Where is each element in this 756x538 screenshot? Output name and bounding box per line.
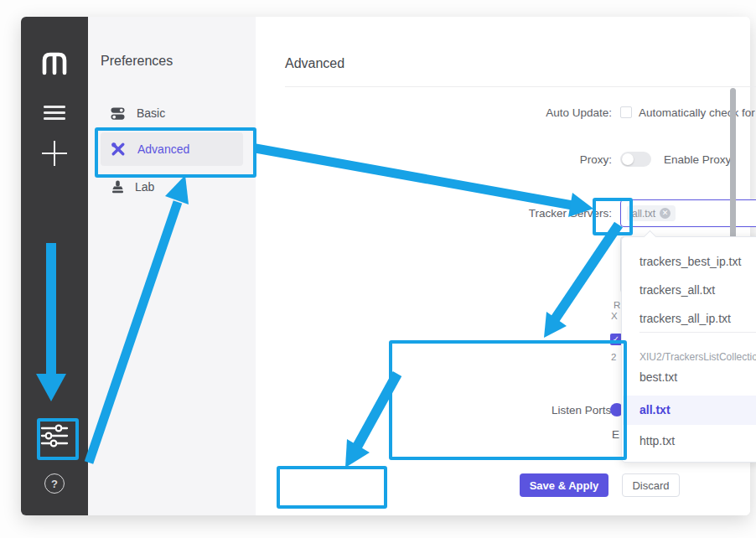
tag-label: all.txt [632,208,655,220]
hidden-text-fragment: E [612,428,619,441]
title-divider [285,86,756,87]
hidden-text-fragment: R [614,300,620,310]
proxy-toggle-label: Enable Proxy [664,153,731,166]
dropdown-divider [639,332,756,333]
page-title: Advanced [285,56,344,71]
toggles-icon [111,106,125,121]
task-list-icon[interactable] [44,106,65,120]
tracker-servers-label: Tracker Servers: [440,207,612,220]
dropdown-caret [644,230,657,244]
tools-icon [111,142,126,157]
app-sidebar: ? [21,17,88,515]
toggle-knob [622,153,634,165]
hidden-text-fragment: 2 [611,352,616,362]
selected-tag: all.txt ✕ [627,205,676,221]
dropdown-option-selected[interactable]: all.txt ✓ [623,396,756,425]
add-task-icon[interactable] [42,141,67,166]
motrix-window: ? Preferences Basic Advanced [21,17,750,515]
auto-update-checkbox[interactable] [620,106,632,118]
dropdown-option[interactable]: trackers_best_ip.txt [639,247,756,276]
screen: ? Preferences Basic Advanced [0,0,756,538]
dropdown-option[interactable]: http.txt [639,427,756,455]
nav-item-label: Basic [137,106,165,120]
nav-item-basic[interactable]: Basic [101,101,243,126]
dropdown-option[interactable]: best.txt [639,363,756,391]
proxy-toggle[interactable] [620,152,651,167]
motrix-logo [41,50,68,76]
stamp-icon [111,180,124,194]
nav-item-advanced[interactable]: Advanced [101,132,243,166]
dropdown-option[interactable]: trackers_all.txt [639,276,756,304]
selected-option-label: all.txt [639,396,671,425]
discard-button[interactable]: Discard [622,473,680,497]
auto-update-checkbox-label[interactable]: Automatically check for update [639,106,756,119]
save-apply-button[interactable]: Save & Apply [520,473,608,497]
settings-content: ✕ Advanced Auto Update: Automatically ch… [256,17,750,515]
nav-item-label: Lab [135,180,154,194]
hidden-text-fragment: X [611,311,618,321]
tag-remove-icon[interactable]: ✕ [660,208,671,219]
dropdown-group-label: XIU2/TrackersListCollection [639,351,756,363]
panel-title: Preferences [101,54,173,69]
nav-item-lab[interactable]: Lab [101,174,243,199]
update-trackers-checkbox[interactable]: ✓ [610,334,622,345]
preferences-panel: Preferences Basic Advanced [88,17,256,515]
help-question-icon[interactable]: ? [44,473,65,494]
listen-ports-label: Listen Ports: [440,404,614,416]
dropdown-option[interactable]: trackers_all_ip.txt [639,304,756,333]
nav-item-label: Advanced [137,142,189,156]
tracker-dropdown: trackers_best_ip.txt trackers_all.txt tr… [621,236,756,463]
preferences-sliders-icon[interactable] [40,423,69,448]
proxy-label: Proxy: [440,153,612,166]
auto-update-label: Auto Update: [440,106,612,119]
